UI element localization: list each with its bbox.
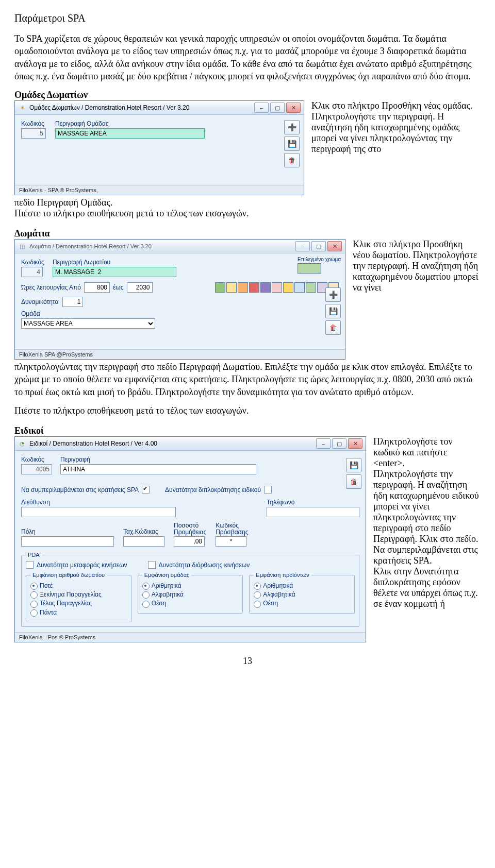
- label-phone: Τηλέφωνο: [267, 499, 359, 506]
- code-field[interactable]: [21, 267, 43, 277]
- label-desc: Περιγραφή Δωματίου: [53, 259, 176, 266]
- close-button[interactable]: ✕: [286, 103, 301, 113]
- radio-numeric-p[interactable]: [254, 583, 261, 590]
- color-palette[interactable]: [215, 282, 339, 293]
- section-specialists-heading: Ειδικοί: [14, 426, 481, 436]
- radio-never[interactable]: [30, 583, 38, 590]
- label-code: Κωδικός: [21, 259, 44, 266]
- group-description-field[interactable]: [55, 128, 205, 139]
- window-title: Ομάδες Δωματίων / Demonstration Hotel Re…: [29, 104, 251, 111]
- label-address: Διεύθυνση: [21, 499, 246, 506]
- group-pda-legend: PDA: [26, 552, 42, 558]
- specialist-description-field[interactable]: [60, 464, 256, 474]
- radio-pos-p[interactable]: [254, 601, 261, 608]
- code-field[interactable]: [21, 128, 46, 139]
- minimize-button[interactable]: –: [254, 103, 269, 113]
- phone-field[interactable]: [267, 507, 359, 517]
- double-booking-checkbox[interactable]: [264, 486, 272, 493]
- radio-alpha-g[interactable]: [142, 591, 150, 599]
- label-capacity: Δυναμικότητα: [21, 298, 58, 305]
- side-instructions-specialists: Πληκτρολογήστε τον κωδικό και πατήστε <e…: [373, 436, 481, 609]
- maximize-button[interactable]: ▢: [332, 438, 346, 449]
- code-field[interactable]: [21, 464, 52, 474]
- radio-start[interactable]: [30, 591, 38, 599]
- radio-always[interactable]: [30, 609, 38, 617]
- transfer-checkbox[interactable]: [26, 561, 34, 569]
- close-button[interactable]: ✕: [327, 241, 342, 251]
- radio-pos-g[interactable]: [142, 601, 150, 608]
- label-code: Κωδικός: [21, 456, 52, 463]
- window-title: Ειδικοί / Demonstration Hotel Resort / V…: [29, 440, 313, 447]
- selected-color-swatch: [298, 263, 321, 274]
- app-icon: ◫: [18, 242, 26, 250]
- address-field[interactable]: [21, 507, 176, 517]
- window-footer: FiloXenia SPA @ProSystems: [15, 349, 345, 359]
- window-room-groups: ✶ Ομάδες Δωματίων / Demonstration Hotel …: [14, 100, 304, 195]
- window-footer: FiloXenia - SPA ® ProSystems,: [15, 185, 304, 195]
- delete-button[interactable]: 🗑: [284, 153, 300, 167]
- add-button[interactable]: ➕: [325, 287, 341, 302]
- label-code: Κωδικός: [21, 120, 46, 127]
- add-button[interactable]: ➕: [284, 120, 300, 134]
- page-number: 13: [14, 656, 481, 667]
- delete-button[interactable]: 🗑: [325, 320, 341, 335]
- label-double: Δυνατότητα διπλοκράτησης ειδικού: [165, 486, 261, 493]
- radio-numeric-g[interactable]: [142, 583, 150, 590]
- app-icon: ◔: [18, 439, 26, 448]
- label-sel-color: Επιλεγμένο χρώμα: [298, 257, 341, 262]
- group-group-display-legend: Εμφάνιση ομάδας: [142, 572, 192, 578]
- label-tax-code: Ταχ.Κώδικας: [123, 528, 164, 535]
- group-product-display-legend: Εμφάνιση προϊόντων: [254, 572, 311, 578]
- window-titlebar: ◫ Δωμάτια / Demonstration Hotel Resort /…: [15, 240, 345, 253]
- after-text-2: Πιέστε το πλήκτρο αποθήκευση μετά το τέλ…: [14, 208, 303, 219]
- edit-checkbox[interactable]: [148, 561, 156, 569]
- hours-from-field[interactable]: [84, 282, 110, 293]
- after-rooms-text-2: Πιέστε το πλήκτρο αποθήκευση μετά το τέλ…: [14, 405, 481, 416]
- side-instructions-rooms: Κλικ στο πλήκτρο Προσθήκη νέου δωματίου.…: [353, 239, 481, 293]
- label-transfer: Δυνατότητα μεταφοράς κινήσεων: [37, 561, 127, 569]
- capacity-field[interactable]: [62, 297, 83, 307]
- tax-code-field[interactable]: [123, 536, 164, 547]
- window-titlebar: ✶ Ομάδες Δωματίων / Demonstration Hotel …: [15, 101, 304, 115]
- close-button[interactable]: ✕: [348, 438, 362, 449]
- city-field[interactable]: [21, 536, 114, 547]
- include-checkbox[interactable]: ✔: [142, 486, 150, 493]
- section-rooms-heading: Δωμάτια: [14, 228, 481, 239]
- section-groups-heading: Ομάδες Δωματίων: [14, 90, 481, 100]
- side-instructions-groups: Κλικ στο πλήκτρο Προσθήκη νέας ομάδας. Π…: [311, 100, 481, 155]
- window-footer: FiloXenia - Pos ® ProSystems: [15, 632, 366, 642]
- label-include: Να συμπεριλαμβάνεται στις κρατήσεις SPA: [21, 486, 139, 493]
- room-description-field[interactable]: [53, 267, 176, 277]
- group-room-display-legend: Εμφάνιση αριθμού δωματίου: [30, 572, 107, 578]
- label-city: Πόλη: [21, 528, 114, 535]
- intro-paragraph: Το SPA χωρίζεται σε χώρους θεραπειών και…: [14, 32, 481, 82]
- maximize-button[interactable]: ▢: [270, 103, 285, 113]
- label-desc: Περιγραφή Ομάδας: [55, 120, 298, 127]
- hours-to-field[interactable]: [127, 282, 153, 293]
- page-title: Παράμετροι SPA: [14, 12, 481, 24]
- label-desc: Περιγραφή: [60, 456, 359, 463]
- commission-field[interactable]: [174, 536, 205, 547]
- minimize-button[interactable]: –: [316, 438, 331, 449]
- window-title: Δωμάτια / Demonstration Hotel Resort / V…: [29, 243, 292, 249]
- delete-button[interactable]: 🗑: [346, 474, 361, 489]
- after-text-1: πεδίο Περιγραφή Ομάδας.: [14, 197, 303, 208]
- maximize-button[interactable]: ▢: [311, 241, 326, 251]
- window-specialists: ◔ Ειδικοί / Demonstration Hotel Resort /…: [14, 436, 366, 642]
- access-code-field[interactable]: [216, 536, 246, 547]
- after-rooms-text: πληκτρολογώντας την περιγραφή στο πεδίο …: [14, 361, 481, 398]
- label-commission: Ποσοστό Προμήθειας: [174, 522, 206, 535]
- save-button[interactable]: 💾: [325, 304, 341, 318]
- radio-alpha-p[interactable]: [254, 591, 261, 599]
- group-select[interactable]: MASSAGE AREA: [21, 318, 155, 329]
- label-edit: Δυνατότητα διόρθωσης κινήσεων: [159, 561, 250, 569]
- app-icon: ✶: [18, 104, 26, 112]
- save-button[interactable]: 💾: [346, 458, 361, 472]
- label-hours: Ώρες λειτουργίας Από: [21, 284, 81, 291]
- radio-end[interactable]: [30, 601, 38, 608]
- window-rooms: ◫ Δωμάτια / Demonstration Hotel Resort /…: [14, 239, 345, 360]
- minimize-button[interactable]: –: [295, 241, 310, 251]
- label-group: Ομάδα: [21, 310, 40, 317]
- save-button[interactable]: 💾: [284, 137, 300, 151]
- window-titlebar: ◔ Ειδικοί / Demonstration Hotel Resort /…: [15, 437, 366, 451]
